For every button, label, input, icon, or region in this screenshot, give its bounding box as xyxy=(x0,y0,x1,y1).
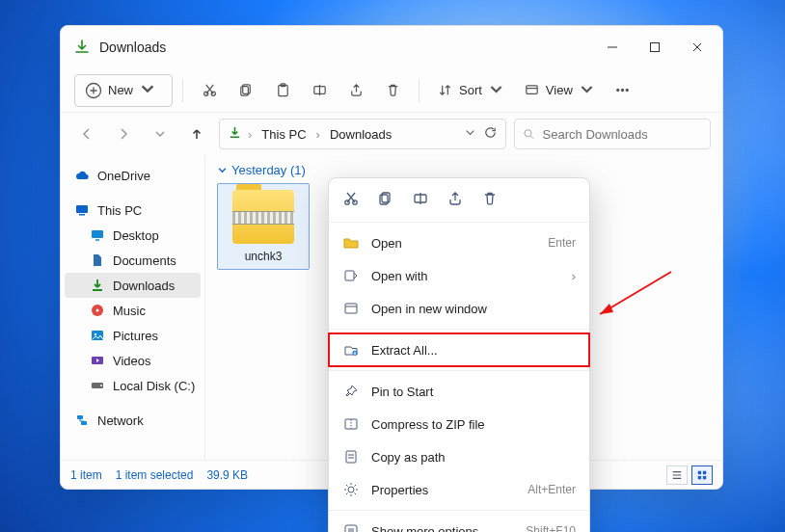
chevron-down-icon xyxy=(217,165,228,175)
details-view-toggle[interactable] xyxy=(666,466,688,485)
more-button[interactable] xyxy=(607,74,639,107)
sidebar-item-desktop[interactable]: Desktop xyxy=(61,223,204,248)
svg-rect-9 xyxy=(527,86,537,94)
svg-point-20 xyxy=(95,333,96,335)
crumb-thispc[interactable]: This PC xyxy=(257,125,310,144)
sidebar-item-videos[interactable]: Videos xyxy=(61,348,204,373)
address-bar[interactable]: › This PC › Downloads xyxy=(219,119,506,149)
refresh-button[interactable] xyxy=(483,125,498,143)
ctx-extract-all[interactable]: Extract All... xyxy=(329,333,589,366)
ctx-item-hint: Shift+F10 xyxy=(526,524,576,532)
sidebar-item-onedrive[interactable]: OneDrive xyxy=(61,163,204,188)
ctx-open[interactable]: Open Enter xyxy=(329,226,589,259)
svg-point-13 xyxy=(525,130,531,137)
rename-icon[interactable] xyxy=(412,190,429,210)
sidebar-item-label: Network xyxy=(97,413,144,428)
copy-button[interactable] xyxy=(230,74,262,107)
chevron-right-icon: › xyxy=(572,269,576,283)
maximize-button[interactable] xyxy=(634,26,676,68)
copy-icon[interactable] xyxy=(377,190,394,210)
chevron-down-icon[interactable] xyxy=(463,125,477,143)
videos-icon xyxy=(90,353,105,368)
chevron-right-icon[interactable]: › xyxy=(316,127,320,142)
search-box[interactable] xyxy=(514,119,711,149)
annotation-arrow xyxy=(588,268,675,331)
paste-button[interactable] xyxy=(266,74,299,107)
sidebar-item-network[interactable]: Network xyxy=(61,408,204,433)
ctx-item-label: Properties xyxy=(371,483,516,497)
delete-icon[interactable] xyxy=(481,190,499,210)
sidebar-item-thispc[interactable]: This PC xyxy=(61,198,204,223)
ctx-properties[interactable]: Properties Alt+Enter xyxy=(329,473,589,506)
svg-rect-28 xyxy=(698,475,701,478)
svg-rect-15 xyxy=(79,214,85,216)
ctx-item-label: Copy as path xyxy=(371,450,576,465)
downloads-icon xyxy=(228,125,242,143)
svg-rect-0 xyxy=(651,43,660,52)
sidebar-item-downloads[interactable]: Downloads xyxy=(65,273,201,298)
ctx-open-new-window[interactable]: Open in new window xyxy=(329,292,589,325)
disk-icon xyxy=(90,378,105,393)
status-selected-count: 1 item selected xyxy=(116,468,194,482)
chevron-down-icon xyxy=(139,80,162,100)
delete-button[interactable] xyxy=(376,74,409,107)
sidebar-item-label: Music xyxy=(113,304,146,318)
svg-rect-24 xyxy=(77,415,83,419)
file-item-selected[interactable]: unchk3 xyxy=(217,183,310,270)
back-button[interactable] xyxy=(72,119,101,149)
command-bar: New Sort View xyxy=(61,68,722,113)
new-button-label: New xyxy=(108,83,133,97)
cut-button[interactable] xyxy=(193,74,226,107)
ctx-item-label: Compress to ZIP file xyxy=(371,417,576,432)
forward-button[interactable] xyxy=(109,119,138,149)
sidebar-item-label: Desktop xyxy=(113,228,159,243)
titlebar[interactable]: Downloads xyxy=(61,26,722,68)
rename-button[interactable] xyxy=(303,74,336,107)
zip-icon xyxy=(232,190,294,244)
svg-rect-27 xyxy=(703,470,706,473)
crumb-downloads[interactable]: Downloads xyxy=(326,125,395,144)
file-name: unchk3 xyxy=(224,250,303,263)
svg-point-18 xyxy=(96,309,99,312)
music-icon xyxy=(90,303,105,318)
svg-rect-35 xyxy=(345,271,354,280)
ctx-open-with[interactable]: Open with › xyxy=(329,259,589,292)
svg-marker-43 xyxy=(600,304,613,314)
view-button[interactable]: View xyxy=(516,74,603,107)
sort-button[interactable]: Sort xyxy=(429,74,512,107)
sidebar-item-label: Local Disk (C:) xyxy=(113,379,195,393)
sort-button-label: Sort xyxy=(459,83,482,97)
extract-icon xyxy=(342,341,360,359)
sidebar-item-label: Downloads xyxy=(113,279,175,293)
share-button[interactable] xyxy=(339,74,372,107)
more-icon xyxy=(342,522,360,532)
recent-button[interactable] xyxy=(146,119,175,149)
minimize-button[interactable] xyxy=(591,26,634,68)
sidebar-item-documents[interactable]: Documents xyxy=(61,248,204,273)
folder-open-icon xyxy=(342,234,360,252)
up-button[interactable] xyxy=(182,119,211,149)
close-button[interactable] xyxy=(676,26,718,68)
ctx-copy-as-path[interactable]: Copy as path xyxy=(329,440,589,473)
ctx-item-hint: Enter xyxy=(548,236,576,250)
sidebar-item-localdisk[interactable]: Local Disk (C:) xyxy=(61,373,204,398)
ctx-show-more[interactable]: Show more options Shift+F10 xyxy=(329,515,589,532)
svg-rect-26 xyxy=(698,470,701,473)
ctx-item-label: Open in new window xyxy=(371,302,576,316)
icons-view-toggle[interactable] xyxy=(691,466,713,485)
cut-icon[interactable] xyxy=(342,190,360,210)
svg-point-23 xyxy=(100,385,102,386)
group-header[interactable]: Yesterday (1) xyxy=(217,163,711,177)
new-button[interactable]: New xyxy=(74,74,173,107)
ctx-pin-to-start[interactable]: Pin to Start xyxy=(329,375,589,408)
share-icon[interactable] xyxy=(447,190,464,210)
window-title: Downloads xyxy=(99,40,166,55)
chevron-right-icon[interactable]: › xyxy=(248,127,252,142)
search-input[interactable] xyxy=(541,126,702,143)
ctx-item-hint: Alt+Enter xyxy=(528,483,576,496)
ctx-compress-zip[interactable]: Compress to ZIP file xyxy=(329,408,589,440)
svg-point-40 xyxy=(348,487,354,492)
sidebar-item-music[interactable]: Music xyxy=(61,298,204,323)
context-menu: Open Enter Open with › Open in new windo… xyxy=(328,177,590,532)
sidebar-item-pictures[interactable]: Pictures xyxy=(61,323,204,348)
